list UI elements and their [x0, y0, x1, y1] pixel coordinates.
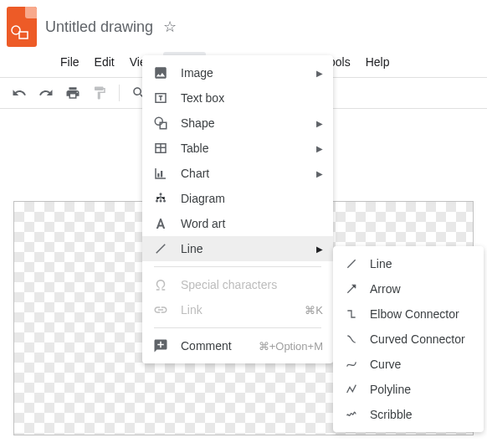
submenu-arrow-icon: ▶	[316, 119, 323, 128]
paint-format-icon[interactable]	[92, 85, 107, 100]
menu-item-label: Chart	[181, 167, 209, 180]
submenu-item-label: Curve	[370, 358, 401, 371]
insert-table[interactable]: Table▶	[142, 136, 333, 161]
menu-item-label: Image	[181, 66, 213, 80]
insert-menu-dropdown: Image▶Text boxShape▶Table▶Chart▶DiagramW…	[142, 55, 333, 363]
svg-rect-1	[19, 32, 28, 39]
line-icon	[343, 257, 360, 270]
submenu-arrow-icon: ▶	[316, 245, 323, 254]
curve-icon	[343, 358, 360, 371]
svg-rect-3	[160, 122, 167, 129]
svg-point-7	[156, 200, 158, 203]
menu-item-label: Shape	[181, 116, 214, 130]
insert-special-characters: Special characters	[142, 272, 333, 297]
menu-help[interactable]: Help	[359, 52, 397, 72]
menu-item-label: Special characters	[181, 278, 277, 291]
svg-point-6	[160, 193, 162, 195]
diagram-icon	[152, 191, 169, 206]
scribble-icon	[343, 408, 360, 421]
print-icon[interactable]	[65, 85, 80, 100]
submenu-arrow-icon: ▶	[316, 169, 323, 178]
app-logo[interactable]	[7, 7, 37, 47]
image-icon	[152, 65, 169, 80]
polyline-icon	[343, 383, 360, 396]
submenu-item-label: Scribble	[370, 408, 413, 421]
svg-point-2	[155, 117, 162, 125]
menu-item-label: Text box	[181, 91, 224, 105]
line-arrow[interactable]: Arrow	[333, 276, 484, 301]
comment-icon	[152, 338, 169, 353]
elbow-connector-icon	[343, 307, 360, 321]
document-title[interactable]: Untitled drawing	[45, 18, 153, 36]
undo-icon[interactable]	[12, 85, 27, 100]
svg-point-8	[160, 200, 162, 203]
submenu-item-label: Curved Connector	[370, 332, 465, 346]
insert-image[interactable]: Image▶	[142, 60, 333, 85]
special-characters-icon	[152, 277, 169, 292]
insert-shape[interactable]: Shape▶	[142, 111, 333, 136]
word-art-icon	[152, 216, 169, 231]
svg-point-9	[163, 200, 166, 203]
submenu-arrow-icon: ▶	[316, 69, 323, 78]
shortcut-label: ⌘+Option+M	[259, 340, 323, 353]
line-elbow-connector[interactable]: Elbow Connector	[333, 301, 484, 327]
curved-connector-icon	[343, 332, 360, 346]
table-icon	[152, 141, 169, 156]
svg-rect-5	[161, 171, 162, 178]
insert-link: Link⌘K	[142, 297, 333, 322]
line-line[interactable]: Line	[333, 251, 484, 276]
insert-text-box[interactable]: Text box	[142, 85, 333, 111]
shortcut-label: ⌘K	[305, 304, 323, 317]
menu-item-label: Comment	[181, 339, 232, 353]
line-icon	[152, 241, 169, 256]
insert-diagram[interactable]: Diagram	[142, 186, 333, 211]
text-box-icon	[152, 90, 169, 106]
link-icon	[152, 302, 169, 317]
submenu-item-label: Arrow	[370, 282, 401, 296]
submenu-item-label: Elbow Connector	[370, 307, 459, 321]
menu-item-label: Word art	[181, 217, 225, 230]
line-scribble[interactable]: Scribble	[333, 402, 484, 427]
insert-comment[interactable]: Comment⌘+Option+M	[142, 333, 333, 358]
star-icon[interactable]: ☆	[163, 18, 177, 36]
line-curve[interactable]: Curve	[333, 352, 484, 377]
chart-icon	[152, 166, 169, 181]
menu-item-label: Line	[181, 242, 202, 255]
submenu-arrow-icon: ▶	[316, 144, 323, 153]
insert-word-art[interactable]: Word art	[142, 211, 333, 236]
menu-item-label: Link	[181, 303, 202, 317]
menu-item-label: Diagram	[181, 192, 225, 205]
menu-edit[interactable]: Edit	[88, 52, 121, 72]
line-polyline[interactable]: Polyline	[333, 377, 484, 402]
insert-line[interactable]: Line▶	[142, 236, 333, 261]
submenu-item-label: Line	[370, 257, 392, 270]
menu-file[interactable]: File	[54, 52, 86, 72]
line-curved-connector[interactable]: Curved Connector	[333, 327, 484, 352]
arrow-icon	[343, 282, 360, 296]
svg-rect-4	[157, 173, 159, 178]
redo-icon[interactable]	[38, 85, 54, 100]
submenu-item-label: Polyline	[370, 383, 411, 396]
insert-chart[interactable]: Chart▶	[142, 161, 333, 186]
menu-item-label: Table	[181, 142, 208, 155]
line-submenu: LineArrowElbow ConnectorCurved Connector…	[333, 246, 484, 432]
shape-icon	[152, 116, 169, 131]
